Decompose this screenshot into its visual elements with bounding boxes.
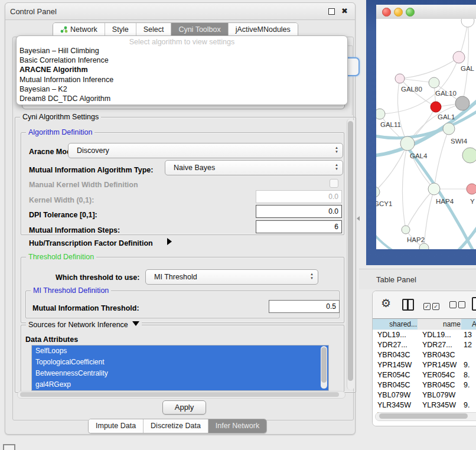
mi-steps-field[interactable]: 6: [256, 220, 342, 233]
table-horizontal-scrollbar[interactable]: [375, 412, 476, 421]
panel-divider-collapse-icon[interactable]: [357, 216, 360, 221]
dpi-tolerance-field[interactable]: 0.0: [256, 205, 342, 218]
attribute-list-item[interactable]: gal4RGexp: [32, 379, 328, 390]
network-node[interactable]: [462, 148, 476, 163]
table-row[interactable]: YPR145WYPR145W9.: [373, 360, 476, 370]
algorithm-option[interactable]: ARACNE Algorithm: [17, 65, 347, 74]
mi-threshold-label: Mutual Information Threshold:: [32, 304, 139, 312]
close-icon[interactable]: ✖: [341, 6, 348, 15]
tab-jactivemnodules[interactable]: jActiveMNodules: [229, 23, 298, 37]
algorithm-dropdown-prompt: Select algorithm to view settings: [17, 36, 347, 46]
network-node[interactable]: [419, 243, 429, 249]
network-node-gal10[interactable]: [429, 77, 439, 88]
network-node-label: HAP4: [436, 198, 454, 205]
cyni-algorithm-settings-title: Cyni Algorithm Settings: [20, 113, 101, 121]
select-all-columns-icon[interactable]: ✓✓: [423, 300, 441, 311]
table-row[interactable]: YBR045CYBR045C9.: [373, 380, 476, 390]
table-cell: YBR043C: [373, 350, 418, 360]
table-cell: [461, 350, 476, 360]
network-node-gal1[interactable]: [431, 102, 441, 112]
table-row[interactable]: YDR27...YDR27...12: [373, 340, 476, 350]
table-cell: YER054C: [418, 370, 461, 380]
table-cell: 9.: [461, 360, 476, 370]
attribute-list-item[interactable]: TopologicalCoefficient: [32, 357, 328, 368]
attribute-list-item[interactable]: BetweennessCentrality: [32, 368, 328, 379]
minimized-panel-icon[interactable]: [3, 444, 15, 450]
table-cell: YPR145W: [373, 360, 418, 370]
minimize-traffic-light-icon[interactable]: [394, 8, 403, 17]
network-icon: [60, 26, 68, 33]
network-canvas[interactable]: GALGAL80GAL10GAL1GAL11SWI4GAL4GCY1HAP4YH…: [376, 19, 476, 249]
table-row[interactable]: YER054CYER054C8.: [373, 370, 476, 380]
collapsed-arrow-icon[interactable]: [167, 238, 172, 245]
hub-definition-toggle[interactable]: Hub/Transcription Factor Definition: [29, 239, 153, 247]
tab-select[interactable]: Select: [136, 23, 172, 37]
manual-kernel-checkbox[interactable]: [330, 179, 338, 188]
split-view-icon[interactable]: [402, 299, 414, 311]
mi-type-combo[interactable]: Naive Bayes ▲▼: [165, 160, 343, 175]
bottom-tab-impute-data[interactable]: Impute Data: [89, 419, 144, 433]
column-header-a[interactable]: A: [461, 319, 476, 330]
table-cell: 13: [461, 330, 476, 340]
expanded-arrow-icon[interactable]: [132, 321, 139, 326]
algorithm-dropdown-popup: Select algorithm to view settings Bayesi…: [16, 35, 348, 105]
control-panel-window: Control Panel ✖ NetworkStyleSelectCyni T…: [5, 2, 356, 435]
network-node[interactable]: [455, 96, 470, 110]
close-traffic-light-icon[interactable]: [382, 8, 391, 17]
column-header-name[interactable]: name: [418, 319, 465, 330]
mi-threshold-field[interactable]: 0.5: [269, 300, 340, 313]
export-table-icon[interactable]: [472, 297, 476, 311]
network-node[interactable]: [461, 19, 474, 27]
algorithm-option[interactable]: Basic Correlation Inference: [17, 56, 347, 65]
network-node-label: GAL: [461, 65, 475, 72]
tab-style[interactable]: Style: [105, 23, 136, 37]
which-threshold-label: Which threshold to use:: [56, 273, 139, 282]
which-threshold-combo[interactable]: MI Threshold ▲▼: [145, 269, 318, 285]
gear-icon[interactable]: ⚙: [381, 298, 391, 309]
apply-button[interactable]: Apply: [162, 400, 206, 415]
algorithm-option[interactable]: Dream8 DC_TDC Algorithm: [17, 94, 347, 103]
table-row[interactable]: YLR345WYLR345W9.: [373, 400, 476, 410]
table-row[interactable]: YDL19...YDL19...13: [373, 330, 476, 340]
aracne-mode-value: Discovery: [77, 146, 109, 155]
network-node-gal11[interactable]: [376, 109, 385, 119]
network-node-gcy1[interactable]: [376, 187, 380, 197]
zoom-traffic-light-icon[interactable]: [406, 8, 415, 17]
table-rows: YDL19...YDL19...13YDR27...YDR27...12YBR0…: [373, 330, 476, 426]
network-node-gal4[interactable]: [400, 136, 415, 151]
settings-vertical-scrollbar[interactable]: [347, 119, 354, 390]
kernel-width-field[interactable]: 0.0: [256, 190, 342, 203]
table-cell: YDR27...: [373, 340, 418, 350]
algorithm-option[interactable]: Mutual Information Inference: [17, 75, 347, 84]
table-row[interactable]: YBL079WYBL079W: [373, 390, 476, 400]
table-panel-title: Table Panel: [376, 275, 416, 284]
network-edge-thick: [376, 227, 403, 249]
bottom-tab-discretize-data[interactable]: Discretize Data: [144, 419, 208, 433]
control-panel-titlebar: Control Panel ✖: [5, 3, 355, 20]
settings-horizontal-scrollbar[interactable]: [17, 391, 345, 399]
algorithm-option[interactable]: Bayesian – Hill Climbing: [17, 46, 347, 56]
network-node-hap4[interactable]: [428, 183, 440, 195]
table-cell: YDL19...: [373, 330, 418, 340]
column-header-shared[interactable]: shared...: [373, 319, 421, 330]
tab-cyni-toolbox[interactable]: Cyni Toolbox: [171, 23, 228, 37]
mi-type-value: Naive Bayes: [174, 164, 215, 172]
aracne-mode-combo[interactable]: Discovery ▲▼: [68, 143, 343, 158]
mi-type-label: Mutual Information Algorithm Type:: [29, 166, 153, 174]
network-node-label: GAL10: [435, 90, 457, 97]
network-node-swi4[interactable]: [443, 123, 455, 135]
float-window-icon[interactable]: [328, 8, 335, 15]
network-node-gal80[interactable]: [395, 74, 405, 83]
table-row[interactable]: YBR043CYBR043C: [373, 350, 476, 360]
deselect-all-columns-icon[interactable]: [449, 300, 467, 311]
tab-network[interactable]: Network: [53, 23, 105, 37]
table-cell: 8.: [461, 370, 476, 380]
network-node-gal[interactable]: [453, 51, 465, 63]
table-cell: 9.: [461, 400, 476, 410]
algorithm-option[interactable]: Bayesian – K2: [17, 84, 347, 94]
bottom-tab-infer-network[interactable]: Infer Network: [208, 419, 266, 433]
attributes-vertical-scrollbar[interactable]: [321, 346, 327, 389]
network-node-hap2[interactable]: [402, 226, 410, 234]
network-node-y[interactable]: [467, 184, 476, 194]
attribute-list-item[interactable]: SelfLoops: [32, 345, 328, 357]
